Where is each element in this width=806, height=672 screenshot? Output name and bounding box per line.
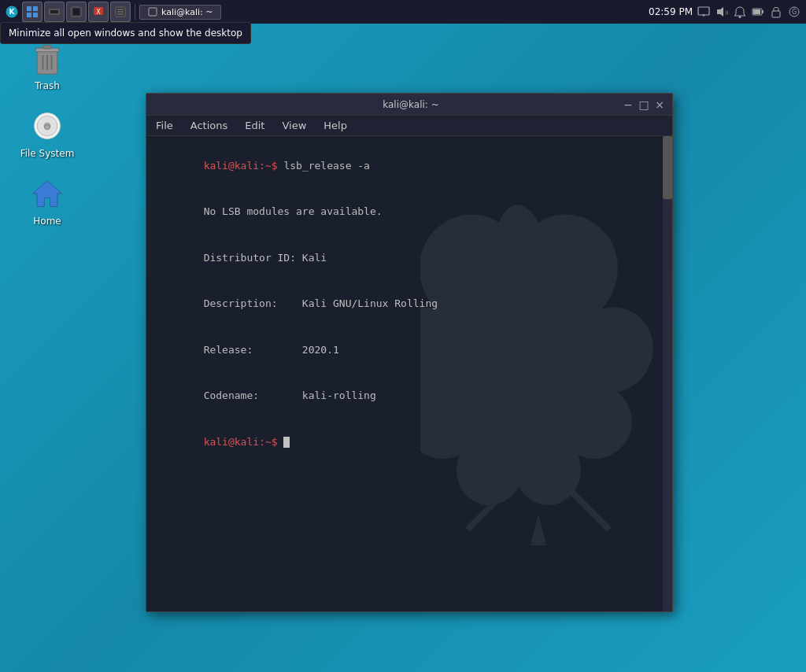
- menu-file[interactable]: File: [151, 118, 178, 133]
- terminal-title: kali@kali: ~: [200, 99, 622, 110]
- menu-actions[interactable]: Actions: [186, 118, 233, 133]
- taskbar-right: 02:59 PM )): [644, 5, 806, 19]
- filesystem-icon-image: ○: [28, 107, 66, 145]
- svg-text:K: K: [9, 8, 16, 16]
- terminal-prompt-1: kali@kali:~$: [204, 160, 284, 172]
- svg-marker-39: [33, 181, 62, 207]
- svg-rect-3: [33, 6, 38, 11]
- lock-icon[interactable]: [769, 5, 783, 19]
- svg-rect-17: [698, 7, 709, 15]
- terminal-line-6: Codename: kali-rolling: [154, 373, 664, 419]
- menu-edit[interactable]: Edit: [240, 118, 269, 133]
- terminal-scrollbar-thumb[interactable]: [663, 136, 672, 199]
- svg-rect-2: [27, 6, 31, 11]
- trash-label: Trash: [35, 80, 60, 91]
- tooltip: Minimize all open windows and show the d…: [0, 22, 251, 44]
- google-icon[interactable]: G: [787, 5, 801, 19]
- kali-menu-icon[interactable]: K: [3, 3, 20, 20]
- home-icon[interactable]: Home: [16, 175, 79, 227]
- taskbar-window-button[interactable]: kali@kali: ~: [139, 5, 221, 20]
- terminal-window: kali@kali: ~ − □ × File Actions Edit Vie…: [146, 93, 673, 612]
- svg-rect-9: [73, 9, 79, 15]
- terminal-line-1: kali@kali:~$ lsb_release -a: [154, 142, 664, 189]
- minimize-button[interactable]: −: [622, 98, 634, 111]
- terminal-menubar: File Actions Edit View Help: [146, 116, 672, 136]
- trash-icon-image: [28, 39, 66, 77]
- desktop: K: [0, 0, 806, 672]
- taskbar-app-5[interactable]: [110, 2, 131, 22]
- terminal-cmd-1: lsb_release -a: [283, 160, 370, 172]
- svg-text:○: ○: [44, 122, 50, 131]
- terminal-titlebar: kali@kali: ~ − □ ×: [146, 94, 672, 116]
- audio-icon[interactable]: )): [715, 5, 729, 19]
- terminal-prompt-2: kali@kali:~$: [204, 436, 284, 448]
- svg-rect-16: [149, 8, 157, 16]
- svg-rect-4: [27, 13, 31, 17]
- svg-text:)): )): [725, 9, 728, 15]
- taskbar-app-2[interactable]: [44, 2, 65, 22]
- svg-rect-26: [772, 11, 780, 17]
- terminal-controls: − □ ×: [622, 98, 666, 111]
- menu-view[interactable]: View: [277, 118, 311, 133]
- monitor-icon[interactable]: [697, 5, 711, 19]
- terminal-scrollbar[interactable]: [663, 136, 672, 611]
- terminal-cursor: [283, 437, 290, 448]
- terminal-line-7: kali@kali:~$: [154, 419, 664, 465]
- filesystem-label: File System: [20, 148, 75, 159]
- terminal-line-2: No LSB modules are available.: [154, 189, 664, 235]
- taskbar-app-3[interactable]: [66, 2, 87, 22]
- svg-text:G: G: [792, 9, 797, 16]
- svg-rect-25: [753, 9, 760, 14]
- notification-icon[interactable]: [733, 5, 747, 19]
- terminal-line-3: Distributor ID: Kali: [154, 234, 664, 281]
- taskbar-app-1[interactable]: [22, 2, 43, 22]
- close-button[interactable]: ×: [653, 98, 666, 111]
- battery-icon[interactable]: [751, 5, 765, 19]
- trash-icon[interactable]: Trash: [16, 39, 79, 91]
- svg-point-22: [739, 16, 741, 18]
- svg-marker-20: [717, 7, 723, 17]
- terminal-body[interactable]: kali@kali:~$ lsb_release -a No LSB modul…: [146, 136, 672, 611]
- taskbar-app-4[interactable]: X: [88, 2, 109, 22]
- filesystem-icon[interactable]: ○ File System: [16, 107, 79, 159]
- home-label: Home: [33, 216, 61, 227]
- menu-help[interactable]: Help: [319, 118, 352, 133]
- taskbar-separator: [135, 4, 135, 20]
- home-icon-image: [28, 175, 66, 212]
- svg-rect-5: [33, 13, 38, 17]
- svg-text:X: X: [96, 9, 101, 16]
- svg-rect-31: [43, 46, 52, 50]
- svg-rect-24: [762, 10, 763, 13]
- taskbar-time: 02:59 PM: [649, 6, 693, 17]
- svg-rect-7: [50, 10, 58, 13]
- maximize-button[interactable]: □: [638, 98, 650, 111]
- taskbar-left: K: [0, 2, 224, 22]
- taskbar: K: [0, 0, 806, 24]
- terminal-line-5: Release: 2020.1: [154, 327, 664, 373]
- terminal-line-4: Description: Kali GNU/Linux Rolling: [154, 281, 664, 327]
- desktop-icons: Trash ○ File System Home: [16, 39, 79, 227]
